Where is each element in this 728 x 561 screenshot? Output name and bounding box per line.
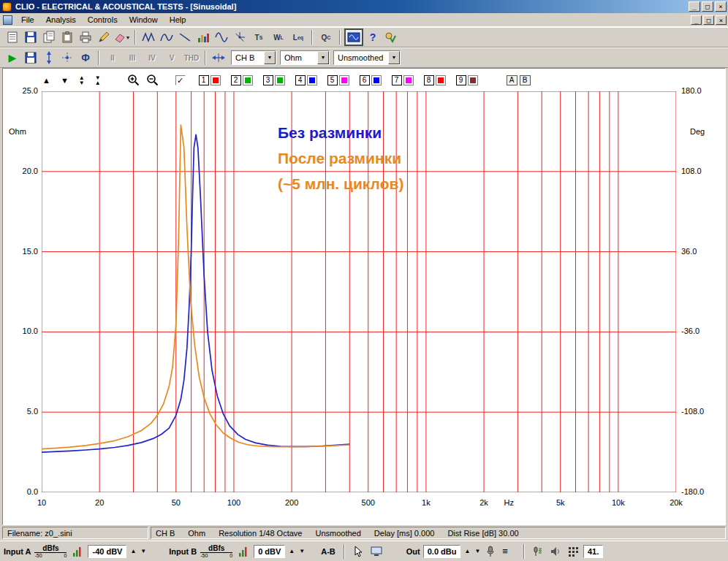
curve-slot-2[interactable]: 2 — [231, 75, 241, 85]
curve-color-9[interactable] — [468, 75, 478, 85]
menu-window[interactable]: Window — [124, 14, 164, 26]
graph-panel: ▲ ▼ ▲▼ ▼▲ ✓ 123456789 A B Ohm Deg Без ра… — [2, 68, 726, 525]
input-b-down-icon[interactable]: ▼ — [298, 548, 306, 555]
smoothing-select[interactable]: Unsmoothed▼ — [333, 50, 401, 65]
input-b-sensitivity[interactable]: 0 dBV — [254, 545, 285, 558]
move-trace-icon[interactable] — [58, 50, 76, 66]
keypad-icon[interactable] — [566, 545, 580, 558]
ts-parameters-icon[interactable]: TS — [249, 29, 268, 45]
mdi-minimize-button[interactable]: _ — [691, 15, 702, 25]
overlay-b-button[interactable]: B — [520, 75, 531, 85]
unit-select[interactable]: Ohm▼ — [280, 50, 330, 65]
curve-color-3[interactable] — [275, 75, 285, 85]
marker-up-icon[interactable]: ▲ — [42, 77, 50, 84]
menu-icon[interactable]: ≡ — [500, 545, 510, 558]
monitor-icon[interactable] — [368, 545, 384, 558]
menu-analysis[interactable]: Analysis — [40, 14, 82, 26]
menu-help[interactable]: Help — [164, 14, 192, 26]
curve-color-2[interactable] — [243, 75, 253, 85]
polar-analysis-icon[interactable] — [231, 29, 249, 45]
close-button[interactable]: × — [715, 1, 727, 12]
curve-color-8[interactable] — [436, 75, 446, 85]
chevron-down-icon[interactable]: ▼ — [264, 51, 276, 64]
overlay-a-button[interactable]: A — [507, 75, 517, 85]
autoscale-y-icon[interactable] — [40, 50, 58, 66]
eraser-dropdown-icon[interactable]: ▼ — [126, 35, 131, 40]
harmonic-5-button[interactable]: V — [162, 50, 181, 66]
clipboard-icon[interactable] — [58, 29, 76, 45]
notes-icon[interactable] — [4, 29, 21, 45]
curve-color-1[interactable] — [211, 75, 221, 85]
minimize-button[interactable]: _ — [689, 1, 700, 12]
phase-icon[interactable]: Φ — [77, 50, 94, 66]
leq-analysis-icon[interactable]: Leq — [289, 29, 308, 45]
curve-slot-4[interactable]: 4 — [295, 75, 306, 85]
curve-color-7[interactable] — [403, 75, 414, 85]
speaker-level-icon[interactable] — [548, 545, 563, 558]
sinusoidal-analysis-icon[interactable] — [213, 29, 230, 45]
chevron-down-icon[interactable]: ▼ — [388, 51, 400, 64]
impulse-analysis-icon[interactable] — [158, 29, 175, 45]
active-measurement-icon[interactable] — [344, 28, 363, 46]
curve-slot-8[interactable]: 8 — [424, 75, 434, 85]
io-bar: Input A dBfs -500 -40 dBV ▲ ▼ Input B dB… — [0, 541, 728, 561]
eraser-icon[interactable]: ▼ — [113, 29, 131, 45]
channel-select[interactable]: CH B▼ — [231, 50, 276, 65]
curve-color-6[interactable] — [371, 75, 382, 85]
compress-scale-icon[interactable]: ▼▲ — [95, 75, 101, 85]
curve-slot-7[interactable]: 7 — [392, 75, 402, 85]
start-measurement-icon[interactable]: ▶ — [4, 50, 21, 66]
mdi-close-button[interactable]: × — [716, 15, 727, 25]
marker-down-icon[interactable]: ▼ — [61, 77, 69, 84]
input-a-up-icon[interactable]: ▲ — [129, 548, 137, 555]
mic-level-icon[interactable] — [531, 545, 545, 558]
thd-button[interactable]: THD — [182, 50, 201, 66]
chevron-down-icon[interactable]: ▼ — [317, 51, 329, 64]
status-segment: Resolution 1/48 Octave — [219, 529, 302, 538]
curve-slot-1[interactable]: 1 — [199, 75, 209, 85]
curve-slot-5[interactable]: 5 — [327, 75, 338, 85]
ab-mode-button[interactable]: A-B — [319, 545, 338, 558]
menu-controls[interactable]: Controls — [82, 14, 124, 26]
save-file-icon[interactable] — [22, 29, 39, 45]
status-segment: Delay [ms] 0.000 — [374, 529, 435, 538]
rta-analysis-icon[interactable] — [194, 29, 212, 45]
maximize-button[interactable]: □ — [702, 1, 713, 12]
scale-divide-icon[interactable] — [210, 50, 227, 66]
legend-line: (~5 млн. циклов) — [278, 171, 403, 196]
wl-analysis-icon[interactable]: WL — [269, 29, 288, 45]
microphone-icon[interactable] — [484, 545, 497, 558]
out-up-icon[interactable]: ▲ — [463, 548, 471, 555]
export-icon[interactable] — [40, 29, 58, 45]
harmonic-3-button[interactable]: III — [123, 50, 142, 66]
help-icon[interactable]: ? — [364, 29, 382, 45]
menu-file[interactable]: File — [15, 14, 40, 26]
zoom-out-icon[interactable] — [146, 74, 159, 88]
decay-analysis-icon[interactable] — [176, 29, 194, 45]
curve-slot-9[interactable]: 9 — [456, 75, 466, 85]
mdi-restore-button[interactable]: □ — [703, 15, 714, 25]
save-measurement-icon[interactable] — [22, 50, 39, 66]
curves-visible-checkbox[interactable]: ✓ — [175, 75, 186, 85]
input-a-sensitivity[interactable]: -40 dBV — [88, 545, 126, 558]
print-icon[interactable] — [77, 29, 94, 45]
input-a-down-icon[interactable]: ▼ — [140, 548, 147, 555]
curve-color-4[interactable] — [307, 75, 317, 85]
pencil-icon[interactable] — [95, 29, 113, 45]
zoom-in-icon[interactable] — [127, 74, 140, 88]
document-icon[interactable] — [3, 15, 12, 25]
harmonic-2-button[interactable]: II — [103, 50, 122, 66]
app-icon[interactable] — [2, 2, 12, 12]
out-down-icon[interactable]: ▼ — [474, 548, 481, 555]
curve-color-5[interactable] — [339, 75, 349, 85]
pointer-icon[interactable] — [351, 545, 365, 558]
curve-slot-3[interactable]: 3 — [263, 75, 273, 85]
calibration-icon[interactable] — [382, 29, 400, 45]
expand-scale-icon[interactable]: ▲▼ — [79, 75, 85, 85]
curve-slot-6[interactable]: 6 — [360, 75, 370, 85]
mls-analysis-icon[interactable] — [140, 29, 157, 45]
qc-analysis-icon[interactable]: QC — [316, 29, 335, 45]
out-level[interactable]: 0.0 dBu — [423, 545, 461, 558]
input-b-up-icon[interactable]: ▲ — [288, 548, 295, 555]
harmonic-4-button[interactable]: IV — [143, 50, 162, 66]
